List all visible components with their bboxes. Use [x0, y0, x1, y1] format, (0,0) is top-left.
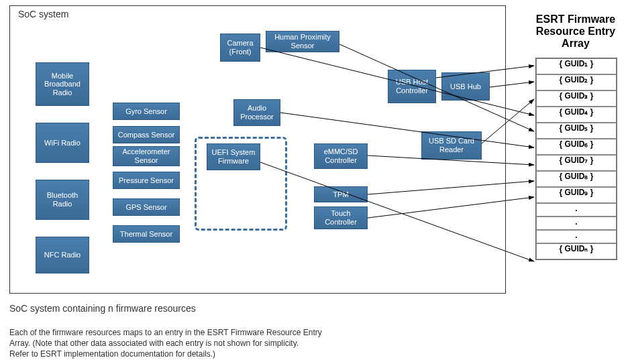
- esrt-title-line2: Resource Entry Array: [536, 25, 615, 49]
- guid-ellipsis-3: .: [536, 230, 617, 243]
- node-usb-host: USB Host Controller: [388, 70, 436, 103]
- esrt-title-line1: ESRT Firmware: [536, 13, 615, 25]
- guid-row-5: { GUID₅ }: [536, 123, 617, 139]
- diagram-canvas: SoC system Mobile Broadband Radio WiFi R…: [5, 5, 629, 361]
- node-proximity: Human Proximity Sensor: [266, 31, 339, 52]
- node-usb-hub: USB Hub: [441, 72, 490, 101]
- node-pressure: Pressure Sensor: [113, 172, 180, 189]
- node-nfc: NFC Radio: [36, 237, 89, 274]
- guid-row-n: { GUIDₙ }: [536, 243, 617, 259]
- caption-main: SoC system containing n firmware resourc…: [9, 303, 196, 314]
- node-camera: Camera (Front): [220, 34, 260, 62]
- node-tpm: TPM: [314, 186, 368, 202]
- guid-ellipsis-1: .: [536, 203, 617, 217]
- node-bluetooth: Bluetooth Radio: [36, 180, 89, 220]
- caption-sub: Each of the firmware resources maps to a…: [9, 327, 322, 360]
- guid-row-9: { GUID₉ }: [536, 187, 617, 203]
- guid-row-6: { GUID₆ }: [536, 139, 617, 155]
- node-compass: Compass Sensor: [113, 126, 180, 143]
- esrt-entry-array: { GUID₁ } { GUID₂ } { GUID₃ } { GUID₄ } …: [535, 58, 617, 260]
- esrt-title: ESRT Firmware Resource Entry Array: [522, 13, 629, 50]
- node-gyro: Gyro Sensor: [113, 103, 180, 120]
- node-audio: Audio Processor: [233, 99, 280, 126]
- guid-ellipsis-2: .: [536, 217, 617, 230]
- node-emmc: eMMC/SD Controller: [314, 143, 368, 169]
- guid-row-3: { GUID₃ }: [536, 90, 617, 107]
- node-accelerometer: Accelerometer Sensor: [113, 146, 180, 166]
- node-thermal: Thermal Sensor: [113, 225, 180, 243]
- guid-row-2: { GUID₂ }: [536, 74, 617, 90]
- guid-row-4: { GUID₄ }: [536, 107, 617, 123]
- node-usb-sd: USB SD Card Reader: [421, 131, 482, 160]
- node-wifi: WiFi Radio: [36, 123, 89, 163]
- guid-row-1: { GUID₁ }: [536, 58, 617, 74]
- node-touch: Touch Controller: [314, 206, 368, 229]
- soc-title: SoC system: [18, 9, 68, 19]
- node-gps: GPS Sensor: [113, 198, 180, 216]
- guid-row-8: { GUID₈ }: [536, 171, 617, 187]
- node-mobile-broadband: Mobile Broadband Radio: [36, 62, 89, 106]
- guid-row-7: { GUID₇ }: [536, 155, 617, 171]
- node-uefi: UEFI System Firmware: [207, 143, 260, 170]
